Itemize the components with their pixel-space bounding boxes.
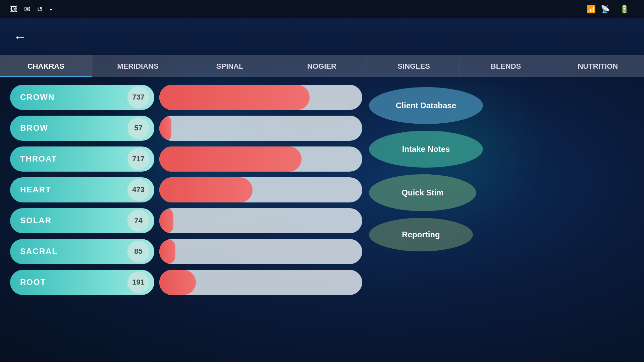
chakra-label-throat[interactable]: THROAT717 xyxy=(10,146,154,172)
chakra-row-brow: BROW57 xyxy=(10,115,362,141)
quick-stim-button[interactable]: Quick Stim xyxy=(369,174,476,211)
chakra-row-solar: SOLAR74 xyxy=(10,207,362,234)
intake-notes-button[interactable]: Intake Notes xyxy=(369,131,483,168)
sync-icon: ↺ xyxy=(37,5,43,14)
chakra-row-throat: THROAT717 xyxy=(10,145,362,172)
chakra-bar-container-sacral xyxy=(159,239,362,264)
tab-chakras[interactable]: CHAKRAS xyxy=(0,55,92,77)
chakra-label-crown[interactable]: CROWN737 xyxy=(10,85,154,110)
chakra-value-brow: 57 xyxy=(127,117,149,139)
back-button[interactable]: ← xyxy=(13,29,30,45)
chakra-name-root: ROOT xyxy=(20,278,46,287)
tab-singles[interactable]: SINGLES xyxy=(368,55,460,77)
chakra-label-sacral[interactable]: SACRAL85 xyxy=(10,239,154,264)
chakra-value-throat: 717 xyxy=(127,148,149,170)
tab-nogier[interactable]: NOGIER xyxy=(276,55,368,77)
chakra-name-brow: BROW xyxy=(20,123,48,133)
chakra-value-sacral: 85 xyxy=(127,241,149,262)
chakra-label-brow[interactable]: BROW57 xyxy=(10,116,154,141)
chakra-label-root[interactable]: ROOT191 xyxy=(10,270,154,295)
dot-icon: ● xyxy=(50,7,52,12)
tab-nutrition[interactable]: NUTRITION xyxy=(552,55,644,77)
chakra-name-crown: CROWN xyxy=(20,93,55,102)
chakra-name-solar: SOLAR xyxy=(20,216,52,225)
chakra-bar-container-brow xyxy=(159,116,362,141)
chakra-value-crown: 737 xyxy=(127,86,149,108)
tab-blends[interactable]: BLENDS xyxy=(460,55,552,77)
chakra-bar-container-root xyxy=(159,270,362,295)
chakra-name-throat: THROAT xyxy=(20,154,57,164)
status-icons-right: 📶 📡 🔋 xyxy=(587,5,634,14)
chakra-row-crown: CROWN737 xyxy=(10,84,362,111)
header: ← xyxy=(0,18,644,55)
mail-icon: ✉ xyxy=(24,5,30,14)
chakra-bar-heart xyxy=(159,177,253,202)
chakra-row-heart: HEART473 xyxy=(10,176,362,203)
chakra-bar-container-throat xyxy=(159,146,362,172)
status-icons-left: 🖼 ✉ ↺ ● xyxy=(10,5,52,14)
chakra-bar-root xyxy=(159,270,196,295)
chakra-label-heart[interactable]: HEART473 xyxy=(10,177,154,202)
status-bar: 🖼 ✉ ↺ ● 📶 📡 🔋 xyxy=(0,0,644,18)
chakra-bar-container-heart xyxy=(159,177,362,202)
tabs-bar: CHAKRASMERIDIANSSPINALNOGIERSINGLESBLEND… xyxy=(0,55,644,77)
wifi-icon: 📶 xyxy=(587,5,596,14)
chakra-bar-brow xyxy=(159,116,171,141)
signal-icon: 📡 xyxy=(601,5,610,14)
chakra-bar-solar xyxy=(159,208,173,233)
side-buttons: Client DatabaseIntake NotesQuick StimRep… xyxy=(362,84,490,355)
chakra-bar-container-crown xyxy=(159,85,362,110)
chakra-label-solar[interactable]: SOLAR74 xyxy=(10,208,154,233)
chakra-bar-container-solar xyxy=(159,208,362,233)
chakra-name-sacral: SACRAL xyxy=(20,247,58,256)
back-arrow-icon: ← xyxy=(13,29,27,45)
chakra-bar-crown xyxy=(159,85,310,110)
chakra-value-root: 191 xyxy=(127,272,149,293)
chakra-value-heart: 473 xyxy=(127,179,149,201)
reporting-button[interactable]: Reporting xyxy=(369,218,473,251)
chakra-row-sacral: SACRAL85 xyxy=(10,238,362,265)
tab-meridians[interactable]: MERIDIANS xyxy=(92,55,184,77)
chakra-name-heart: HEART xyxy=(20,185,51,194)
client-database-button[interactable]: Client Database xyxy=(369,87,483,124)
chakra-row-root: ROOT191 xyxy=(10,269,362,296)
chakra-value-solar: 74 xyxy=(127,210,149,232)
chakra-bar-sacral xyxy=(159,239,175,264)
chakra-bar-throat xyxy=(159,146,302,172)
main-content: CROWN737BROW57THROAT717HEART473SOLAR74SA… xyxy=(0,77,644,362)
image-icon: 🖼 xyxy=(10,5,17,14)
chakras-list: CROWN737BROW57THROAT717HEART473SOLAR74SA… xyxy=(10,84,362,355)
battery-icon: 🔋 xyxy=(620,5,629,14)
tab-spinal[interactable]: SPINAL xyxy=(184,55,276,77)
